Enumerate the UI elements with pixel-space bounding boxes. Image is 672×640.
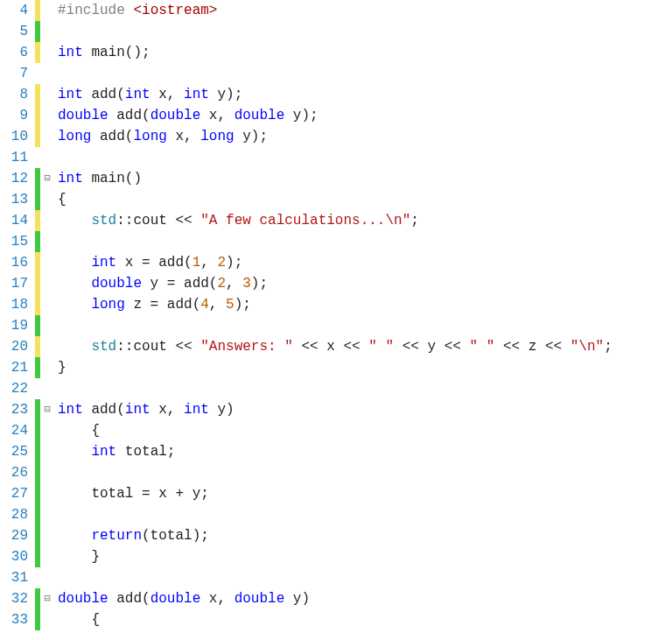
code-line[interactable]: 14 std::cout << "A few calculations...\n… — [0, 210, 672, 231]
code-editor[interactable]: 4#include <iostream>56int main();78int a… — [0, 0, 672, 630]
code-text[interactable] — [54, 462, 672, 483]
code-text[interactable]: int x = add(1, 2); — [54, 252, 672, 273]
fold-icon — [40, 378, 54, 399]
code-line[interactable]: 8int add(int x, int y); — [0, 84, 672, 105]
line-number: 20 — [0, 336, 35, 357]
code-line[interactable]: 30 } — [0, 546, 672, 567]
code-line[interactable]: 12⊟int main() — [0, 168, 672, 189]
fold-icon — [40, 126, 54, 147]
code-text[interactable]: std::cout << "Answers: " << x << " " << … — [54, 336, 672, 357]
code-text[interactable]: std::cout << "A few calculations...\n"; — [54, 210, 672, 231]
fold-icon — [40, 420, 54, 441]
code-text[interactable]: int total; — [54, 441, 672, 462]
code-line[interactable]: 5 — [0, 21, 672, 42]
code-text[interactable]: long z = add(4, 5); — [54, 294, 672, 315]
line-number: 33 — [0, 609, 35, 630]
fold-icon — [40, 462, 54, 483]
code-line[interactable]: 7 — [0, 63, 672, 84]
code-line[interactable]: 26 — [0, 462, 672, 483]
code-line[interactable]: 4#include <iostream> — [0, 0, 672, 21]
fold-icon — [40, 84, 54, 105]
line-number: 15 — [0, 231, 35, 252]
code-line[interactable]: 32⊟double add(double x, double y) — [0, 588, 672, 609]
line-number: 18 — [0, 294, 35, 315]
line-number: 23 — [0, 399, 35, 420]
code-text[interactable] — [54, 378, 672, 399]
code-text[interactable]: double add(double x, double y); — [54, 105, 672, 126]
code-line[interactable]: 20 std::cout << "Answers: " << x << " " … — [0, 336, 672, 357]
code-line[interactable]: 13{ — [0, 189, 672, 210]
code-line[interactable]: 25 int total; — [0, 441, 672, 462]
fold-icon — [40, 567, 54, 588]
code-line[interactable]: 22 — [0, 378, 672, 399]
line-number: 12 — [0, 168, 35, 189]
code-line[interactable]: 15 — [0, 231, 672, 252]
fold-icon — [40, 357, 54, 378]
code-line[interactable]: 23⊟int add(int x, int y) — [0, 399, 672, 420]
code-text[interactable]: double add(double x, double y) — [54, 588, 672, 609]
code-text[interactable] — [54, 21, 672, 42]
code-line[interactable]: 17 double y = add(2, 3); — [0, 273, 672, 294]
line-number: 31 — [0, 567, 35, 588]
code-line[interactable]: 18 long z = add(4, 5); — [0, 294, 672, 315]
fold-icon — [40, 42, 54, 63]
line-number: 25 — [0, 441, 35, 462]
code-line[interactable]: 16 int x = add(1, 2); — [0, 252, 672, 273]
fold-icon[interactable]: ⊟ — [40, 168, 54, 189]
fold-icon — [40, 231, 54, 252]
code-line[interactable]: 31 — [0, 567, 672, 588]
code-text[interactable]: } — [54, 357, 672, 378]
code-text[interactable]: total = x + y; — [54, 483, 672, 504]
code-text[interactable]: int add(int x, int y); — [54, 84, 672, 105]
line-number: 7 — [0, 63, 35, 84]
line-number: 11 — [0, 147, 35, 168]
line-number: 14 — [0, 210, 35, 231]
code-line[interactable]: 24 { — [0, 420, 672, 441]
fold-icon[interactable]: ⊟ — [40, 588, 54, 609]
line-number: 21 — [0, 357, 35, 378]
code-line[interactable]: 28 — [0, 504, 672, 525]
code-text[interactable]: double y = add(2, 3); — [54, 273, 672, 294]
fold-icon — [40, 0, 54, 21]
code-text[interactable]: { — [54, 609, 672, 630]
code-text[interactable]: int add(int x, int y) — [54, 399, 672, 420]
fold-icon — [40, 315, 54, 336]
line-number: 24 — [0, 420, 35, 441]
code-text[interactable] — [54, 63, 672, 84]
fold-icon — [40, 294, 54, 315]
code-text[interactable]: #include <iostream> — [54, 0, 672, 21]
code-text[interactable] — [54, 231, 672, 252]
code-text[interactable] — [54, 504, 672, 525]
line-number: 4 — [0, 0, 35, 21]
code-line[interactable]: 6int main(); — [0, 42, 672, 63]
fold-icon — [40, 189, 54, 210]
code-text[interactable]: long add(long x, long y); — [54, 126, 672, 147]
code-line[interactable]: 21} — [0, 357, 672, 378]
line-number: 17 — [0, 273, 35, 294]
code-text[interactable]: int main(); — [54, 42, 672, 63]
code-line[interactable]: 11 — [0, 147, 672, 168]
fold-icon — [40, 336, 54, 357]
line-number: 32 — [0, 588, 35, 609]
code-line[interactable]: 29 return(total); — [0, 525, 672, 546]
fold-icon — [40, 273, 54, 294]
code-text[interactable]: } — [54, 546, 672, 567]
code-text[interactable] — [54, 315, 672, 336]
code-text[interactable]: { — [54, 420, 672, 441]
code-line[interactable]: 10long add(long x, long y); — [0, 126, 672, 147]
line-number: 22 — [0, 378, 35, 399]
code-text[interactable]: int main() — [54, 168, 672, 189]
line-number: 19 — [0, 315, 35, 336]
fold-icon — [40, 63, 54, 84]
code-text[interactable] — [54, 567, 672, 588]
code-text[interactable]: { — [54, 189, 672, 210]
line-number: 10 — [0, 126, 35, 147]
fold-icon[interactable]: ⊟ — [40, 399, 54, 420]
fold-icon — [40, 147, 54, 168]
code-line[interactable]: 9double add(double x, double y); — [0, 105, 672, 126]
code-text[interactable]: return(total); — [54, 525, 672, 546]
code-line[interactable]: 19 — [0, 315, 672, 336]
code-line[interactable]: 33 { — [0, 609, 672, 630]
code-line[interactable]: 27 total = x + y; — [0, 483, 672, 504]
code-text[interactable] — [54, 147, 672, 168]
